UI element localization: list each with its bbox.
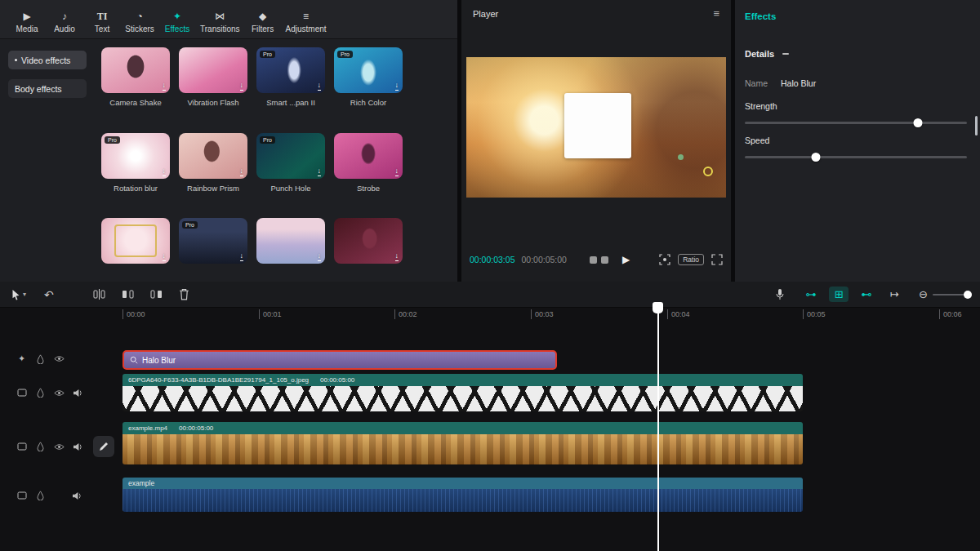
- tab-transitions[interactable]: ⋈ Transitions: [196, 11, 244, 33]
- tab-audio[interactable]: ♪ Audio: [46, 11, 83, 33]
- pro-badge: Pro: [105, 136, 120, 144]
- speed-label: Speed: [745, 136, 769, 145]
- effect-card-camera-shake[interactable]: ↓ Camera Shake: [101, 47, 170, 110]
- tab-stickers[interactable]: ◔ Stickers: [121, 11, 158, 33]
- tab-media[interactable]: ▶ Media: [8, 11, 46, 33]
- download-icon[interactable]: ↓: [318, 252, 322, 261]
- zoom-slider-handle[interactable]: [964, 291, 972, 299]
- tab-text[interactable]: TI Text: [83, 11, 121, 33]
- delete-left-icon[interactable]: [122, 289, 134, 300]
- auto-captions-icon[interactable]: ⊞: [829, 287, 849, 302]
- delete-icon[interactable]: [179, 288, 189, 300]
- timeline-zoom-slider[interactable]: [933, 294, 969, 295]
- details-section-header[interactable]: Details: [745, 49, 789, 59]
- effect-label: [334, 269, 403, 278]
- ruler-tick: 00:04: [667, 309, 690, 319]
- effect-card-rainbow-prism[interactable]: ↓ Rainbow Prism: [179, 133, 247, 196]
- download-icon[interactable]: ↓: [395, 167, 399, 176]
- frame-step-button[interactable]: [601, 256, 608, 264]
- effect-thumbnail: ↓: [101, 47, 170, 93]
- download-icon[interactable]: ↓: [163, 167, 167, 176]
- playhead-handle[interactable]: [653, 302, 663, 313]
- delete-right-icon[interactable]: [150, 289, 163, 300]
- effect-label: Smart ...pan II: [256, 98, 325, 107]
- strength-slider[interactable]: [745, 118, 967, 127]
- zoom-out-icon[interactable]: ⊖: [919, 288, 928, 300]
- droplet-icon[interactable]: [35, 491, 46, 500]
- eye-icon[interactable]: [54, 355, 65, 362]
- video-clip[interactable]: example.mp4 00:00:05:00: [122, 422, 803, 464]
- bokeh-ring-icon: [703, 167, 713, 176]
- effect-card-11[interactable]: ↓: [256, 218, 325, 281]
- droplet-icon[interactable]: [35, 354, 46, 364]
- total-timecode: 00:00:05:00: [521, 255, 566, 264]
- effect-card-strobe[interactable]: ↓ Strobe: [334, 133, 403, 196]
- droplet-icon[interactable]: [35, 388, 46, 398]
- speed-slider-handle[interactable]: [812, 153, 821, 162]
- stop-button[interactable]: [590, 256, 597, 264]
- edit-clip-button[interactable]: [93, 436, 114, 457]
- strength-slider-handle[interactable]: [914, 118, 923, 127]
- download-icon[interactable]: ↓: [240, 82, 244, 91]
- effect-card-rich-color[interactable]: Pro ↓ Rich Color: [334, 47, 403, 110]
- mute-icon[interactable]: [73, 442, 83, 451]
- current-timecode: 00:00:03:05: [470, 255, 514, 264]
- effects-grid: ↓ Camera Shake ↓ Vibration Flash Pro ↓ S…: [91, 39, 457, 281]
- effect-label: [179, 269, 247, 278]
- download-icon[interactable]: ↓: [163, 252, 167, 261]
- collapse-icon[interactable]: [782, 53, 789, 55]
- effect-thumbnail: Pro ↓: [179, 218, 247, 264]
- fullscreen-icon[interactable]: [711, 254, 723, 265]
- inspector-scrollbar[interactable]: [975, 116, 978, 136]
- split-icon[interactable]: [93, 289, 105, 300]
- sidebar-item-video-effects[interactable]: Video effects: [8, 51, 87, 69]
- tab-adjustment[interactable]: ≡ Adjustment: [282, 11, 331, 33]
- effect-label: Rotation blur: [101, 184, 170, 193]
- pro-badge: Pro: [182, 221, 198, 229]
- sidebar-item-body-effects[interactable]: Body effects: [8, 79, 87, 98]
- effect-card-rotation-blur[interactable]: Pro ↓ Rotation blur: [101, 133, 170, 196]
- download-icon[interactable]: ↓: [395, 252, 399, 261]
- focus-icon[interactable]: [659, 254, 670, 265]
- effect-label: Rich Color: [334, 98, 403, 107]
- video-preview[interactable]: [466, 57, 726, 198]
- mute-icon[interactable]: [72, 491, 82, 500]
- tab-effects[interactable]: ✦ Effects: [158, 11, 196, 33]
- tab-filters[interactable]: ◆ Filters: [244, 11, 282, 33]
- droplet-icon[interactable]: [35, 442, 46, 451]
- video-clip-duration: 00:00:05:00: [179, 424, 213, 432]
- timeline-ruler[interactable]: 00:00 00:01 00:02 00:03 00:04 00:05 00:0…: [0, 308, 980, 322]
- mute-icon[interactable]: [73, 389, 83, 398]
- effect-clip-halo-blur[interactable]: Halo Blur: [122, 350, 557, 370]
- download-icon[interactable]: ↓: [240, 167, 244, 176]
- effect-card-punch-hole[interactable]: Pro ↓ Punch Hole: [256, 133, 325, 196]
- select-tool-icon[interactable]: ▾: [11, 289, 26, 300]
- timeline-toolbar: ▾ ↶ ⊶ ⊞ ⊷ ↦ ⊖: [0, 282, 980, 308]
- link-clips-icon[interactable]: ⊷: [857, 287, 876, 302]
- audio-clip[interactable]: example: [122, 478, 803, 512]
- record-voiceover-icon[interactable]: [775, 288, 785, 301]
- download-icon[interactable]: ↓: [318, 167, 322, 176]
- effect-card-smart-pan[interactable]: Pro ↓ Smart ...pan II: [256, 47, 325, 110]
- ratio-button[interactable]: Ratio: [678, 254, 704, 265]
- download-icon[interactable]: ↓: [163, 82, 167, 91]
- image-clip[interactable]: 6DPGA640-F633-4A3B-B1DB-DBA1BE291794_1_1…: [122, 374, 803, 411]
- bullet-icon: [15, 59, 17, 61]
- play-button[interactable]: ▶: [622, 254, 630, 265]
- player-menu-icon[interactable]: ≡: [713, 7, 719, 20]
- download-icon[interactable]: ↓: [395, 82, 399, 91]
- eye-icon[interactable]: [54, 443, 65, 451]
- snap-toggle-icon[interactable]: ↦: [884, 287, 904, 302]
- effect-card-10[interactable]: Pro ↓: [179, 218, 247, 281]
- mirror-track-icon[interactable]: ⊶: [801, 287, 821, 302]
- download-icon[interactable]: ↓: [318, 82, 322, 91]
- effect-card-9[interactable]: ↓: [101, 218, 170, 281]
- effect-card-12[interactable]: ↓: [334, 218, 403, 281]
- effect-inspector-panel: Effects Details Name Halo Blur Strength …: [735, 0, 980, 282]
- speed-slider[interactable]: [745, 152, 967, 162]
- eye-icon[interactable]: [54, 389, 65, 397]
- download-icon[interactable]: ↓: [240, 252, 244, 261]
- undo-icon[interactable]: ↶: [44, 288, 54, 301]
- player-title: Player: [473, 9, 498, 19]
- effect-card-vibration-flash[interactable]: ↓ Vibration Flash: [179, 47, 247, 110]
